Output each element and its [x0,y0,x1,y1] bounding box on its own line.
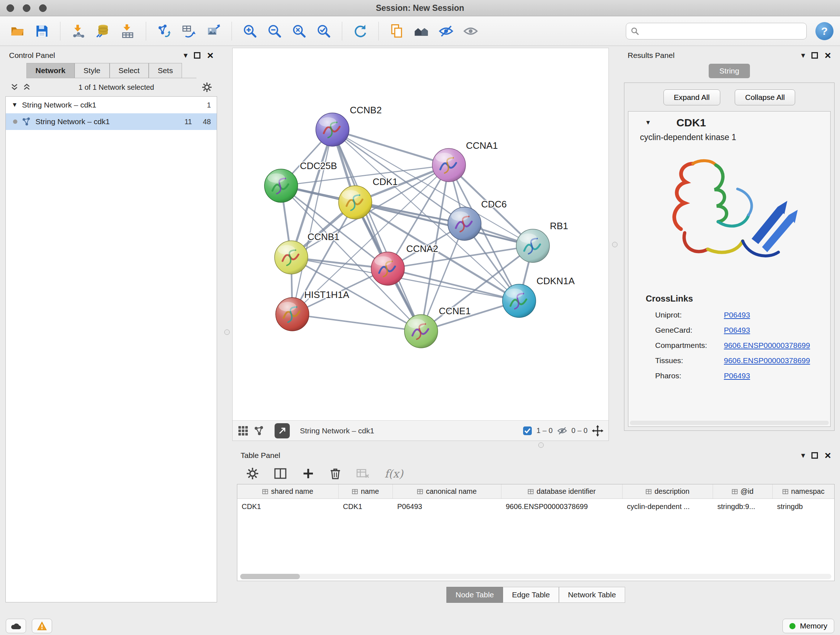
fit-content-icon[interactable] [592,425,603,437]
detach-view-button[interactable] [275,423,290,439]
node-CCNA1[interactable] [432,149,466,182]
left-splitter-handle[interactable] [224,329,230,335]
hidden-eye-icon[interactable] [557,426,567,436]
edge-CCNB2-HIST1H1A[interactable] [292,130,332,314]
table-panel-maximize-button[interactable] [812,452,818,459]
node-CCNA2[interactable] [371,252,404,285]
edge-CCNB2-CCNE1[interactable] [332,130,421,331]
add-column-button[interactable] [302,467,314,480]
tab-node-table[interactable]: Node Table [447,587,503,603]
new-network-from-selection-button[interactable] [153,20,175,42]
column-edit-icon [783,489,788,494]
results-scrollbar[interactable] [630,421,829,425]
gear-icon[interactable] [202,82,212,92]
crosslinks-title: CrossLinks [628,287,830,307]
control-panel-close-button[interactable]: × [207,50,213,61]
collapse-all-icon[interactable] [11,83,19,91]
window-close-button[interactable] [6,4,14,12]
grid-view-button[interactable] [238,425,248,436]
show-columns-button[interactable] [274,467,287,480]
network-collection-row[interactable]: ▼ String Network – cdk1 1 [6,97,217,113]
node-CDC6[interactable] [448,207,481,241]
network-row[interactable]: String Network – cdk1 11 48 [6,113,217,130]
crosslink-link[interactable]: 9606.ENSP00000378699 [724,341,810,350]
selected-checkbox-icon[interactable] [523,426,532,435]
memory-status-dot [789,623,796,629]
copy-document-button[interactable] [386,20,408,42]
zoom-in-button[interactable] [239,20,261,42]
crosslink-link[interactable]: P06493 [724,371,750,380]
import-network-from-file-button[interactable] [68,20,89,42]
new-network-from-table-button[interactable] [178,20,200,42]
column-header-database-identifier[interactable]: database identifier [501,485,622,499]
tab-network[interactable]: Network [27,63,74,78]
zoom-selected-button[interactable] [313,20,335,42]
results-panel-maximize-button[interactable] [812,52,818,59]
column-header-id[interactable]: @id [713,485,773,499]
column-header-canonical-name[interactable]: canonical name [393,485,501,499]
control-panel-title: Control Panel [9,51,55,60]
node-CDKN1A[interactable] [502,284,536,318]
export-image-button[interactable] [202,20,224,42]
network-list-view-button[interactable] [254,425,264,436]
delete-table-button[interactable] [356,467,369,480]
edge-HIST1H1A-CCNE1[interactable] [292,314,421,331]
table-settings-button[interactable] [246,467,259,480]
node-RB1[interactable] [516,229,549,263]
collapse-all-button[interactable]: Collapse All [735,89,796,105]
results-panel-float-button[interactable]: ▾ [801,51,805,60]
right-splitter-handle[interactable] [612,242,617,247]
cloud-button[interactable] [6,619,26,633]
column-header-name[interactable]: name [339,485,393,499]
table-row[interactable]: CDK1 CDK1 P06493 9606.ENSP00000378699 cy… [237,499,834,514]
node-label-CCNE1: CCNE1 [439,306,471,317]
crosslink-link[interactable]: 9606.ENSP00000378699 [724,356,810,365]
refresh-view-button[interactable] [349,20,371,42]
zoom-fit-button[interactable] [288,20,310,42]
delete-column-button[interactable] [330,467,341,480]
tab-string[interactable]: String [709,64,750,78]
table-panel-close-button[interactable]: × [824,450,831,461]
import-table-from-file-button[interactable] [117,20,139,42]
expand-all-button[interactable]: Expand All [663,89,720,105]
show-all-networks-button[interactable] [411,20,432,42]
show-selected-button[interactable] [460,20,482,42]
node-CCNE1[interactable] [404,315,438,348]
results-panel-close-button[interactable]: × [824,50,831,61]
warnings-button[interactable] [32,619,52,633]
column-header-shared-name[interactable]: shared name [237,485,339,499]
open-session-button[interactable] [6,20,28,42]
control-panel-maximize-button[interactable] [194,52,201,59]
crosslink-link[interactable]: P06493 [724,326,750,334]
column-header-description[interactable]: description [622,485,713,499]
edge-CCNB2-CCNA1[interactable] [332,130,449,165]
bottom-splitter-handle[interactable] [538,442,544,448]
tab-select[interactable]: Select [110,63,149,78]
table-panel-float-button[interactable]: ▾ [801,451,805,460]
hide-selected-button[interactable] [435,20,457,42]
scrollbar-thumb[interactable] [240,574,300,579]
expand-all-icon[interactable] [23,83,31,91]
window-minimize-button[interactable] [23,4,30,12]
window-maximize-button[interactable] [39,4,47,12]
tab-style[interactable]: Style [74,63,110,78]
tab-network-table[interactable]: Network Table [559,587,625,603]
function-builder-button[interactable]: f(x) [385,467,403,480]
crosslink-link[interactable]: P06493 [724,310,750,319]
collection-disclosure-icon[interactable]: ▼ [11,101,18,109]
node-CDC25B[interactable] [264,169,298,203]
memory-button[interactable]: Memory [783,619,834,633]
help-button[interactable]: ? [815,22,834,40]
network-canvas[interactable]: CCNB2CCNA1CDC25BCDK1CDC6RB1CCNB1CCNA2CDK… [233,48,608,420]
section-disclosure-icon[interactable]: ▼ [645,119,651,126]
import-network-from-database-button[interactable] [92,20,114,42]
save-session-button[interactable] [31,20,53,42]
zoom-out-button[interactable] [264,20,286,42]
column-header-namespace[interactable]: namespac [773,485,834,499]
table-horizontal-scrollbar[interactable] [240,574,831,579]
tab-edge-table[interactable]: Edge Table [503,587,559,603]
search-input[interactable] [643,27,802,35]
tab-sets[interactable]: Sets [149,63,182,78]
control-panel-float-button[interactable]: ▾ [183,51,187,60]
node-label-CDKN1A: CDKN1A [537,276,575,287]
